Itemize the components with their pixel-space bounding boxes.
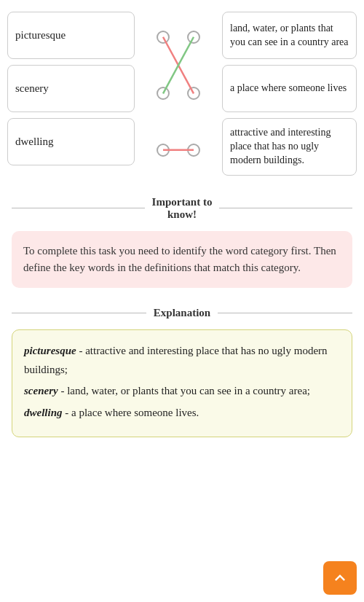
explanation-divider: Explanation xyxy=(0,300,364,325)
explanation-word: scenery xyxy=(24,385,58,396)
explanation-def: - a place where someone lives. xyxy=(63,407,199,418)
explanation-def: - land, water, or plants that you can se… xyxy=(58,385,310,396)
important-title: Important to know! xyxy=(152,196,213,221)
explanation-title: Explanation xyxy=(154,307,210,319)
explanation-entry: dwelling - a place where someone lives. xyxy=(24,404,340,423)
next-button[interactable] xyxy=(323,561,357,595)
chevron-up-icon xyxy=(330,568,350,588)
divider-line-right xyxy=(219,208,352,209)
left-circle-1[interactable] xyxy=(157,87,170,100)
word-box-scenery: scenery xyxy=(7,65,135,112)
right-circle-1[interactable] xyxy=(187,87,200,100)
matching-container: picturesque scenery dwelling xyxy=(7,12,357,176)
def-box-1: a place where someone lives xyxy=(222,65,357,112)
explanation-entry: picturesque - attractive and interesting… xyxy=(24,342,340,379)
explanation-box: picturesque - attractive and interesting… xyxy=(12,329,352,437)
left-circle-0[interactable] xyxy=(157,31,170,44)
info-box: To complete this task you need to identi… xyxy=(12,231,352,289)
word-label-dwelling: dwelling xyxy=(15,136,54,148)
right-circle-0[interactable] xyxy=(187,31,200,44)
def-box-0: land, water, or plants that you can see … xyxy=(222,12,357,59)
word-label-scenery: scenery xyxy=(15,82,49,95)
important-divider: Important to know! xyxy=(0,183,364,227)
exp-divider-line-left xyxy=(12,313,146,314)
def-text-0: land, water, or plants that you can see … xyxy=(230,22,349,50)
explanation-word: dwelling xyxy=(24,407,63,418)
matching-section: picturesque scenery dwelling xyxy=(0,0,364,183)
exp-divider-line-right xyxy=(218,313,352,314)
def-text-1: a place where someone lives xyxy=(230,82,347,95)
important-title-line2: know! xyxy=(167,208,197,220)
connector-row-1 xyxy=(157,70,200,117)
connectors-col xyxy=(157,12,200,176)
left-column: picturesque scenery dwelling xyxy=(7,12,135,176)
explanation-entry: scenery - land, water, or plants that yo… xyxy=(24,382,340,401)
info-box-text: To complete this task you need to identi… xyxy=(23,245,336,273)
right-column: land, water, or plants that you can see … xyxy=(222,12,357,176)
def-box-2: attractive and interesting place that ha… xyxy=(222,118,357,176)
word-box-picturesque: picturesque xyxy=(7,12,135,59)
word-box-dwelling: dwelling xyxy=(7,118,135,165)
connector-row-2 xyxy=(157,126,200,173)
connector-row-0 xyxy=(157,13,200,60)
left-circle-2[interactable] xyxy=(157,144,170,157)
important-title-line1: Important to xyxy=(152,196,213,208)
word-label-picturesque: picturesque xyxy=(15,29,66,42)
divider-line-left xyxy=(12,208,145,209)
matching-grid: picturesque scenery dwelling xyxy=(7,12,357,176)
explanation-word: picturesque xyxy=(24,345,76,356)
right-circle-2[interactable] xyxy=(187,144,200,157)
def-text-2: attractive and interesting place that ha… xyxy=(230,126,349,168)
